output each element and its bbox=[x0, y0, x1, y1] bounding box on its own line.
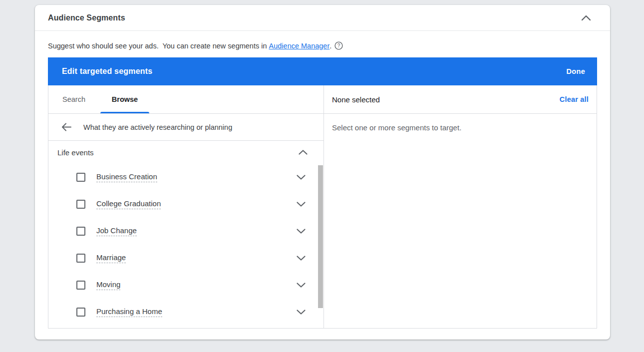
edit-bar-title: Edit targeted segments bbox=[62, 67, 152, 76]
segment-list: Business Creation College Graduation Job… bbox=[48, 164, 323, 326]
description-text: Suggest who should see your ads. You can… bbox=[35, 31, 610, 50]
expand-segment-button[interactable] bbox=[295, 254, 308, 263]
tab-search[interactable]: Search bbox=[48, 85, 99, 113]
scrollbar[interactable] bbox=[318, 164, 323, 328]
selection-count-label: None selected bbox=[332, 95, 380, 104]
audience-manager-link[interactable]: Audience Manager bbox=[269, 42, 330, 50]
segment-checkbox[interactable] bbox=[76, 254, 85, 263]
segment-checkbox[interactable] bbox=[76, 173, 85, 182]
segment-picker: Search Browse What they are actively res… bbox=[48, 85, 597, 329]
segment-label[interactable]: Business Creation bbox=[96, 172, 157, 182]
card-header: Audience Segments bbox=[35, 5, 610, 31]
chevron-down-icon bbox=[297, 310, 306, 315]
category-label: Life events bbox=[57, 148, 94, 157]
expand-segment-button[interactable] bbox=[295, 281, 308, 290]
segment-row: Purchasing a Home bbox=[48, 299, 323, 326]
arrow-left-icon bbox=[61, 123, 71, 131]
browse-panel: Search Browse What they are actively res… bbox=[48, 85, 324, 328]
breadcrumb-label: What they are actively researching or pl… bbox=[83, 123, 232, 131]
expand-segment-button[interactable] bbox=[295, 227, 308, 236]
segment-row: Marriage bbox=[48, 245, 323, 272]
segment-row: Business Creation bbox=[48, 164, 323, 191]
chevron-down-icon bbox=[297, 256, 306, 261]
audience-segments-card: Audience Segments Suggest who should see… bbox=[35, 5, 610, 340]
expand-segment-button[interactable] bbox=[295, 173, 308, 182]
selection-body: Select one or more segments to target. bbox=[324, 114, 597, 141]
edit-bar: Edit targeted segments Done bbox=[48, 57, 597, 85]
segment-row: Moving bbox=[48, 272, 323, 299]
chevron-up-icon bbox=[581, 15, 591, 21]
done-button[interactable]: Done bbox=[566, 63, 586, 79]
expand-segment-button[interactable] bbox=[295, 308, 308, 317]
chevron-down-icon bbox=[297, 283, 306, 288]
chevron-up-icon bbox=[299, 150, 308, 155]
tab-browse-label: Browse bbox=[112, 95, 138, 103]
expand-segment-button[interactable] bbox=[295, 200, 308, 209]
clear-all-link[interactable]: Clear all bbox=[560, 95, 589, 103]
segment-label[interactable]: Job Change bbox=[96, 226, 137, 236]
segment-browse-area: Life events Business Creation College Gr… bbox=[48, 141, 323, 328]
tab-browse[interactable]: Browse bbox=[99, 85, 150, 113]
selection-header: None selected Clear all bbox=[324, 85, 597, 114]
card-title: Audience Segments bbox=[48, 13, 125, 22]
segment-label[interactable]: Purchasing a Home bbox=[96, 307, 162, 317]
description-before: Suggest who should see your ads. You can… bbox=[48, 42, 269, 50]
chevron-down-icon bbox=[297, 229, 306, 234]
chevron-down-icon bbox=[297, 202, 306, 207]
back-button[interactable] bbox=[60, 122, 72, 132]
chevron-down-icon bbox=[297, 175, 306, 180]
segment-label[interactable]: College Graduation bbox=[96, 199, 161, 209]
svg-text:?: ? bbox=[337, 43, 340, 48]
help-icon[interactable]: ? bbox=[334, 41, 343, 50]
empty-selection-message: Select one or more segments to target. bbox=[332, 123, 589, 132]
segment-row: Job Change bbox=[48, 218, 323, 245]
segment-checkbox[interactable] bbox=[76, 281, 85, 290]
description-after: . bbox=[329, 42, 331, 50]
segment-checkbox[interactable] bbox=[76, 227, 85, 236]
collapse-card-button[interactable] bbox=[579, 13, 593, 23]
scrollbar-thumb[interactable] bbox=[318, 165, 323, 308]
segment-label[interactable]: Moving bbox=[96, 280, 120, 290]
selection-panel: None selected Clear all Select one or mo… bbox=[324, 85, 597, 328]
tab-search-label: Search bbox=[62, 95, 85, 103]
segment-row: College Graduation bbox=[48, 191, 323, 218]
breadcrumb: What they are actively researching or pl… bbox=[48, 114, 323, 141]
tab-bar: Search Browse bbox=[48, 85, 323, 114]
segment-checkbox[interactable] bbox=[76, 200, 85, 209]
category-life-events[interactable]: Life events bbox=[48, 141, 323, 164]
segment-label[interactable]: Marriage bbox=[96, 253, 126, 263]
segment-checkbox[interactable] bbox=[76, 308, 85, 317]
